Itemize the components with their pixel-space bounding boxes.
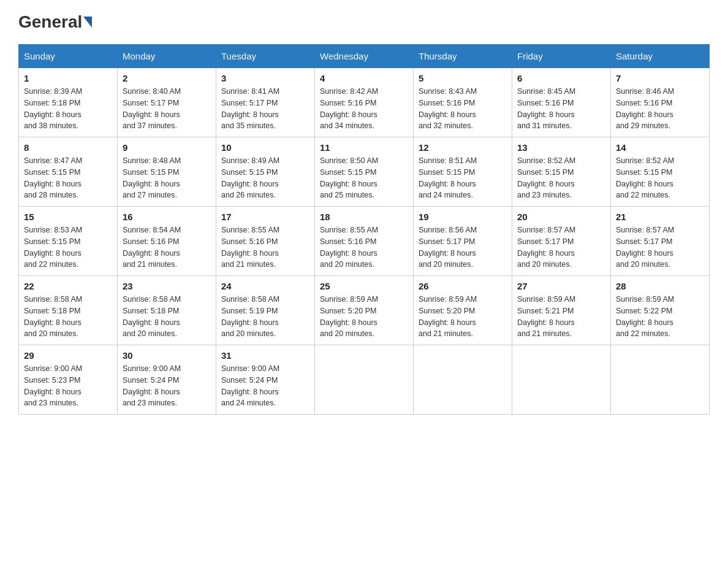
column-header-friday: Friday xyxy=(512,45,611,68)
day-number: 25 xyxy=(320,281,408,291)
day-number: 16 xyxy=(123,212,211,222)
calendar-week-row: 1Sunrise: 8:39 AMSunset: 5:18 PMDaylight… xyxy=(19,68,710,137)
day-number: 24 xyxy=(221,281,309,291)
calendar-cell: 17Sunrise: 8:55 AMSunset: 5:16 PMDayligh… xyxy=(216,207,315,276)
day-number: 20 xyxy=(517,212,605,222)
calendar-header-row: SundayMondayTuesdayWednesdayThursdayFrid… xyxy=(19,45,710,68)
column-header-thursday: Thursday xyxy=(414,45,512,68)
day-info: Sunrise: 8:52 AMSunset: 5:15 PMDaylight:… xyxy=(616,155,704,201)
calendar-cell: 23Sunrise: 8:58 AMSunset: 5:18 PMDayligh… xyxy=(118,276,216,345)
day-number: 14 xyxy=(616,142,704,153)
calendar-cell xyxy=(414,345,512,415)
calendar-table: SundayMondayTuesdayWednesdayThursdayFrid… xyxy=(18,44,710,415)
day-info: Sunrise: 8:58 AMSunset: 5:19 PMDaylight:… xyxy=(221,294,309,340)
day-number: 19 xyxy=(419,212,507,222)
day-info: Sunrise: 8:58 AMSunset: 5:18 PMDaylight:… xyxy=(24,294,112,340)
calendar-cell xyxy=(611,345,710,415)
calendar-cell: 6Sunrise: 8:45 AMSunset: 5:16 PMDaylight… xyxy=(512,68,611,137)
day-number: 5 xyxy=(419,73,507,83)
calendar-cell: 25Sunrise: 8:59 AMSunset: 5:20 PMDayligh… xyxy=(315,276,414,345)
calendar-week-row: 22Sunrise: 8:58 AMSunset: 5:18 PMDayligh… xyxy=(19,276,710,345)
logo: General xyxy=(18,12,93,32)
day-info: Sunrise: 8:59 AMSunset: 5:20 PMDaylight:… xyxy=(320,294,408,340)
calendar-cell xyxy=(315,345,414,415)
day-number: 26 xyxy=(419,281,507,291)
day-number: 29 xyxy=(24,350,112,361)
day-info: Sunrise: 8:54 AMSunset: 5:16 PMDaylight:… xyxy=(123,224,211,270)
day-number: 18 xyxy=(320,212,408,222)
day-number: 13 xyxy=(517,142,605,153)
calendar-cell: 8Sunrise: 8:47 AMSunset: 5:15 PMDaylight… xyxy=(19,137,118,207)
day-number: 10 xyxy=(221,142,309,153)
calendar-cell: 29Sunrise: 9:00 AMSunset: 5:23 PMDayligh… xyxy=(19,345,118,415)
day-info: Sunrise: 8:57 AMSunset: 5:17 PMDaylight:… xyxy=(616,224,704,270)
calendar-cell: 18Sunrise: 8:55 AMSunset: 5:16 PMDayligh… xyxy=(315,207,414,276)
calendar-cell: 2Sunrise: 8:40 AMSunset: 5:17 PMDaylight… xyxy=(118,68,216,137)
day-info: Sunrise: 8:42 AMSunset: 5:16 PMDaylight:… xyxy=(320,86,408,132)
calendar-cell: 31Sunrise: 9:00 AMSunset: 5:24 PMDayligh… xyxy=(216,345,315,415)
day-number: 21 xyxy=(616,212,704,222)
calendar-cell: 13Sunrise: 8:52 AMSunset: 5:15 PMDayligh… xyxy=(512,137,611,207)
day-number: 4 xyxy=(320,73,408,83)
calendar-cell: 7Sunrise: 8:46 AMSunset: 5:16 PMDaylight… xyxy=(611,68,710,137)
calendar-cell: 16Sunrise: 8:54 AMSunset: 5:16 PMDayligh… xyxy=(118,207,216,276)
calendar-cell: 30Sunrise: 9:00 AMSunset: 5:24 PMDayligh… xyxy=(118,345,216,415)
day-number: 9 xyxy=(123,142,211,153)
column-header-tuesday: Tuesday xyxy=(216,45,315,68)
day-info: Sunrise: 9:00 AMSunset: 5:23 PMDaylight:… xyxy=(24,363,112,409)
calendar-cell: 12Sunrise: 8:51 AMSunset: 5:15 PMDayligh… xyxy=(414,137,512,207)
calendar-cell: 15Sunrise: 8:53 AMSunset: 5:15 PMDayligh… xyxy=(19,207,118,276)
day-info: Sunrise: 8:40 AMSunset: 5:17 PMDaylight:… xyxy=(123,86,211,132)
column-header-saturday: Saturday xyxy=(611,45,710,68)
day-number: 31 xyxy=(221,350,309,361)
day-number: 22 xyxy=(24,281,112,291)
day-info: Sunrise: 8:58 AMSunset: 5:18 PMDaylight:… xyxy=(123,294,211,340)
day-info: Sunrise: 8:53 AMSunset: 5:15 PMDaylight:… xyxy=(24,224,112,270)
column-header-sunday: Sunday xyxy=(19,45,118,68)
day-number: 6 xyxy=(517,73,605,83)
calendar-cell: 3Sunrise: 8:41 AMSunset: 5:17 PMDaylight… xyxy=(216,68,315,137)
calendar-cell: 19Sunrise: 8:56 AMSunset: 5:17 PMDayligh… xyxy=(414,207,512,276)
day-info: Sunrise: 9:00 AMSunset: 5:24 PMDaylight:… xyxy=(221,363,309,409)
day-info: Sunrise: 8:57 AMSunset: 5:17 PMDaylight:… xyxy=(517,224,605,270)
calendar-cell: 28Sunrise: 8:59 AMSunset: 5:22 PMDayligh… xyxy=(611,276,710,345)
day-info: Sunrise: 8:49 AMSunset: 5:15 PMDaylight:… xyxy=(221,155,309,201)
calendar-week-row: 8Sunrise: 8:47 AMSunset: 5:15 PMDaylight… xyxy=(19,137,710,207)
calendar-cell: 14Sunrise: 8:52 AMSunset: 5:15 PMDayligh… xyxy=(611,137,710,207)
logo-arrow-icon xyxy=(83,17,92,28)
day-info: Sunrise: 8:51 AMSunset: 5:15 PMDaylight:… xyxy=(419,155,507,201)
calendar-cell: 10Sunrise: 8:49 AMSunset: 5:15 PMDayligh… xyxy=(216,137,315,207)
day-info: Sunrise: 8:48 AMSunset: 5:15 PMDaylight:… xyxy=(123,155,211,201)
day-info: Sunrise: 8:56 AMSunset: 5:17 PMDaylight:… xyxy=(419,224,507,270)
calendar-cell: 27Sunrise: 8:59 AMSunset: 5:21 PMDayligh… xyxy=(512,276,611,345)
day-info: Sunrise: 8:43 AMSunset: 5:16 PMDaylight:… xyxy=(419,86,507,132)
column-header-monday: Monday xyxy=(118,45,216,68)
day-number: 8 xyxy=(24,142,112,153)
calendar-cell: 26Sunrise: 8:59 AMSunset: 5:20 PMDayligh… xyxy=(414,276,512,345)
calendar-week-row: 29Sunrise: 9:00 AMSunset: 5:23 PMDayligh… xyxy=(19,345,710,415)
day-info: Sunrise: 8:59 AMSunset: 5:20 PMDaylight:… xyxy=(419,294,507,340)
page-header: General xyxy=(18,12,710,32)
day-number: 7 xyxy=(616,73,704,83)
day-info: Sunrise: 8:59 AMSunset: 5:21 PMDaylight:… xyxy=(517,294,605,340)
calendar-cell: 5Sunrise: 8:43 AMSunset: 5:16 PMDaylight… xyxy=(414,68,512,137)
day-number: 17 xyxy=(221,212,309,222)
column-header-wednesday: Wednesday xyxy=(315,45,414,68)
calendar-week-row: 15Sunrise: 8:53 AMSunset: 5:15 PMDayligh… xyxy=(19,207,710,276)
day-number: 2 xyxy=(123,73,211,83)
day-number: 15 xyxy=(24,212,112,222)
day-number: 28 xyxy=(616,281,704,291)
day-info: Sunrise: 8:55 AMSunset: 5:16 PMDaylight:… xyxy=(320,224,408,270)
day-number: 11 xyxy=(320,142,408,153)
day-info: Sunrise: 8:47 AMSunset: 5:15 PMDaylight:… xyxy=(24,155,112,201)
day-number: 23 xyxy=(123,281,211,291)
day-info: Sunrise: 8:50 AMSunset: 5:15 PMDaylight:… xyxy=(320,155,408,201)
calendar-cell: 9Sunrise: 8:48 AMSunset: 5:15 PMDaylight… xyxy=(118,137,216,207)
day-number: 12 xyxy=(419,142,507,153)
calendar-cell: 1Sunrise: 8:39 AMSunset: 5:18 PMDaylight… xyxy=(19,68,118,137)
day-info: Sunrise: 8:41 AMSunset: 5:17 PMDaylight:… xyxy=(221,86,309,132)
day-info: Sunrise: 8:46 AMSunset: 5:16 PMDaylight:… xyxy=(616,86,704,132)
day-info: Sunrise: 8:55 AMSunset: 5:16 PMDaylight:… xyxy=(221,224,309,270)
calendar-cell: 4Sunrise: 8:42 AMSunset: 5:16 PMDaylight… xyxy=(315,68,414,137)
day-info: Sunrise: 8:45 AMSunset: 5:16 PMDaylight:… xyxy=(517,86,605,132)
